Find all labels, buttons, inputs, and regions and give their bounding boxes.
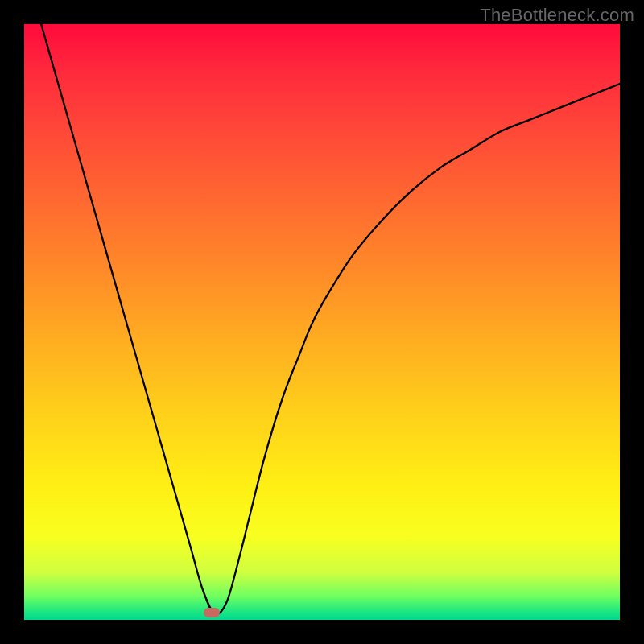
watermark-text: TheBottleneck.com bbox=[480, 5, 634, 26]
optimal-marker bbox=[204, 608, 220, 617]
curve-svg bbox=[24, 24, 620, 620]
bottleneck-curve bbox=[24, 24, 620, 614]
plot-area bbox=[24, 24, 620, 620]
